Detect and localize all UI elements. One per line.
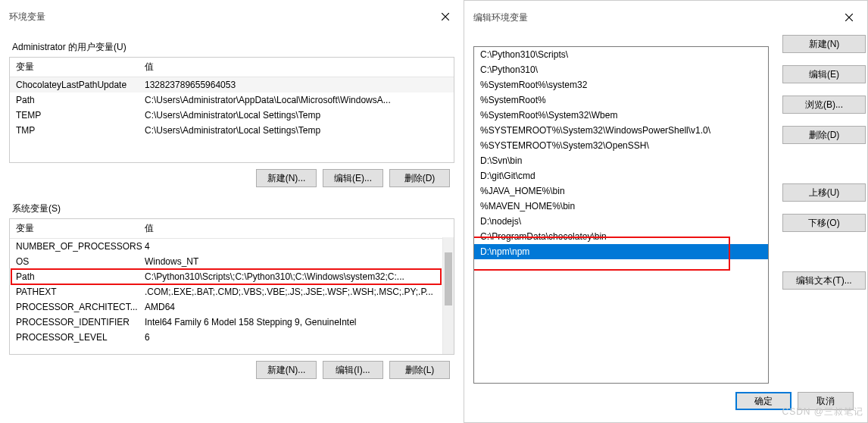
list-item[interactable]: D:\nodejs\: [474, 214, 768, 229]
list-item[interactable]: C:\Python310\: [474, 62, 768, 77]
user-vars-table[interactable]: 变量 值 ChocolateyLastPathUpdate13282378965…: [9, 57, 454, 163]
var-name: PROCESSOR_LEVEL: [16, 332, 145, 343]
var-value: 4: [145, 241, 448, 252]
var-name: TMP: [16, 125, 145, 136]
var-value: 132823789655964053: [145, 80, 448, 90]
list-item[interactable]: C:\Python310\Scripts\: [474, 47, 768, 62]
table-row[interactable]: NUMBER_OF_PROCESSORS4: [10, 239, 454, 254]
sys-vars-table[interactable]: 变量 值 NUMBER_OF_PROCESSORS4OSWindows_NTPa…: [9, 218, 454, 355]
edit-button[interactable]: 编辑(E): [782, 65, 866, 83]
table-row[interactable]: TEMPC:\Users\Administrator\Local Setting…: [10, 108, 454, 123]
scrollbar-thumb[interactable]: [445, 252, 452, 306]
new-button[interactable]: 新建(N): [782, 35, 866, 53]
env-vars-dialog: 环境变量 Administrator 的用户变量(U) 变量 值 Chocola…: [0, 0, 464, 423]
side-buttons: 新建(N) 编辑(E) 浏览(B)... 删除(D) 上移(U) 下移(O) 编…: [782, 35, 866, 290]
var-value: C:\Users\Administrator\AppData\Local\Mic…: [145, 95, 448, 105]
var-name: NUMBER_OF_PROCESSORS: [16, 241, 145, 252]
list-item[interactable]: C:\ProgramData\chocolatey\bin: [474, 229, 768, 244]
list-item[interactable]: D:\Svn\bin: [474, 153, 768, 168]
list-item[interactable]: %SystemRoot%\system32: [474, 77, 768, 92]
header-value: 值: [145, 222, 448, 235]
scrollbar-track[interactable]: [442, 237, 454, 354]
move-up-button[interactable]: 上移(U): [782, 183, 866, 202]
list-item[interactable]: %SYSTEMROOT%\System32\OpenSSH\: [474, 138, 768, 153]
var-value: AMD64: [145, 302, 448, 312]
table-row[interactable]: PathC:\Python310\Scripts\;C:\Python310\;…: [10, 269, 454, 284]
list-item[interactable]: %SystemRoot%: [474, 92, 768, 108]
dialog-title-right: 编辑环境变量: [473, 11, 528, 24]
path-list[interactable]: C:\Python310\Scripts\C:\Python310\%Syste…: [473, 46, 769, 384]
table-row[interactable]: PATHEXT.COM;.EXE;.BAT;.CMD;.VBS;.VBE;.JS…: [10, 284, 454, 299]
var-name: PATHEXT: [16, 287, 145, 297]
table-row[interactable]: PROCESSOR_IDENTIFIERIntel64 Family 6 Mod…: [10, 315, 454, 330]
sys-vars-label: 系统变量(S): [12, 202, 454, 215]
header-value: 值: [145, 61, 448, 74]
ok-button[interactable]: 确定: [735, 392, 792, 410]
var-value: Windows_NT: [145, 256, 448, 267]
dialog-title-left: 环境变量: [9, 11, 45, 24]
delete-button[interactable]: 删除(D): [389, 169, 450, 187]
edit-button[interactable]: 编辑(E)...: [323, 169, 383, 187]
var-value: C:\Users\Administrator\Local Settings\Te…: [145, 110, 448, 121]
delete-button[interactable]: 删除(L): [389, 361, 450, 379]
bottom-buttons: 确定 取消: [735, 392, 854, 410]
user-buttons-row: 新建(N)... 编辑(E)... 删除(D): [9, 163, 454, 193]
table-row[interactable]: ChocolateyLastPathUpdate1328237896559640…: [10, 77, 454, 92]
table-row[interactable]: PROCESSOR_LEVEL6: [10, 330, 454, 345]
table-row[interactable]: OSWindows_NT: [10, 254, 454, 269]
table-header: 变量 值: [10, 219, 454, 239]
var-value: C:\Python310\Scripts\;C:\Python310\;C:\W…: [145, 271, 448, 282]
sys-buttons-row: 新建(N)... 编辑(I)... 删除(L): [9, 355, 454, 379]
var-name: OS: [16, 256, 145, 267]
table-header: 变量 值: [10, 58, 454, 77]
list-item[interactable]: %JAVA_HOME%\bin: [474, 183, 768, 199]
move-down-button[interactable]: 下移(O): [782, 214, 866, 232]
close-icon[interactable]: [840, 8, 858, 27]
var-value: .COM;.EXE;.BAT;.CMD;.VBS;.VBE;.JS;.JSE;.…: [145, 287, 448, 297]
table-row[interactable]: PathC:\Users\Administrator\AppData\Local…: [10, 92, 454, 108]
edit-button[interactable]: 编辑(I)...: [323, 361, 383, 379]
header-name: 变量: [16, 61, 145, 74]
new-button[interactable]: 新建(N)...: [256, 169, 317, 187]
titlebar-right: 编辑环境变量: [473, 8, 858, 33]
list-item[interactable]: %SystemRoot%\System32\Wbem: [474, 108, 768, 123]
var-name: Path: [16, 95, 145, 105]
table-row[interactable]: TMPC:\Users\Administrator\Local Settings…: [10, 123, 454, 138]
titlebar-left: 环境变量: [9, 8, 454, 32]
close-icon[interactable]: [436, 8, 454, 26]
var-name: PROCESSOR_IDENTIFIER: [16, 317, 145, 327]
table-body: NUMBER_OF_PROCESSORS4OSWindows_NTPathC:\…: [10, 239, 454, 345]
edit-text-button[interactable]: 编辑文本(T)...: [782, 271, 866, 290]
header-name: 变量: [16, 222, 145, 235]
var-value: C:\Users\Administrator\Local Settings\Te…: [145, 125, 448, 136]
var-name: ChocolateyLastPathUpdate: [16, 80, 145, 90]
var-name: TEMP: [16, 110, 145, 121]
cancel-button[interactable]: 取消: [798, 392, 854, 410]
list-item[interactable]: D:\git\Git\cmd: [474, 168, 768, 183]
new-button[interactable]: 新建(N)...: [256, 361, 317, 379]
var-value: 6: [145, 332, 448, 343]
browse-button[interactable]: 浏览(B)...: [782, 96, 866, 114]
delete-button[interactable]: 删除(D): [782, 126, 866, 144]
list-item[interactable]: %SYSTEMROOT%\System32\WindowsPowerShell\…: [474, 123, 768, 138]
edit-env-var-dialog: 编辑环境变量 C:\Python310\Scripts\C:\Python310…: [464, 0, 868, 423]
user-vars-label: Administrator 的用户变量(U): [12, 41, 454, 54]
table-row[interactable]: PROCESSOR_ARCHITECT...AMD64: [10, 299, 454, 315]
table-body: ChocolateyLastPathUpdate1328237896559640…: [10, 77, 454, 138]
var-name: PROCESSOR_ARCHITECT...: [16, 302, 145, 312]
var-value: Intel64 Family 6 Model 158 Stepping 9, G…: [145, 317, 448, 327]
list-item[interactable]: %MAVEN_HOME%\bin: [474, 199, 768, 214]
list-item[interactable]: D:\npm\npm: [474, 244, 768, 259]
var-name: Path: [16, 271, 145, 282]
